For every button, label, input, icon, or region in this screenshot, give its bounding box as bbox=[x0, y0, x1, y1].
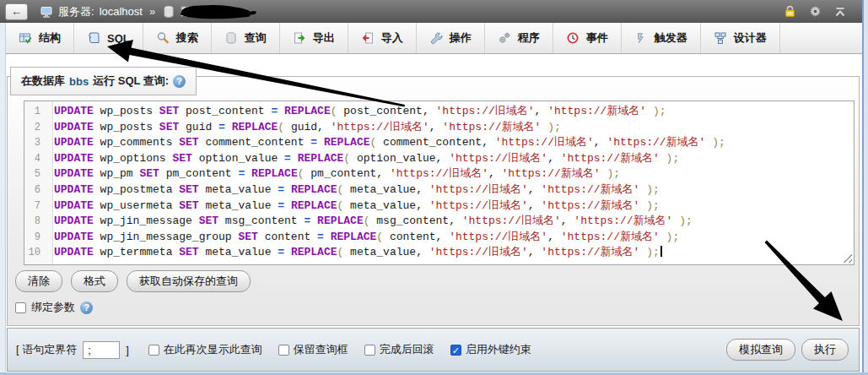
tab-bar: 结构SQL搜索查询导出导入操作程序事件触发器设计器 bbox=[6, 23, 862, 54]
breadcrumb: 服务器: localhost » 数据库: bbox=[40, 4, 217, 19]
search-icon bbox=[156, 31, 170, 45]
triggers-icon bbox=[634, 31, 648, 45]
tab-operations[interactable]: 操作 bbox=[417, 23, 485, 53]
tab-export[interactable]: 导出 bbox=[280, 23, 348, 53]
tab-import[interactable]: 导入 bbox=[348, 23, 417, 53]
footer-option-3[interactable]: 完成后回滚 bbox=[364, 342, 434, 357]
help-icon[interactable]: ? bbox=[173, 75, 186, 88]
topbar-right-icons bbox=[783, 4, 847, 19]
tab-sql[interactable]: SQL bbox=[74, 23, 143, 53]
sql-line: 2UPDATE wp_posts SET guid = REPLACE( gui… bbox=[24, 120, 854, 136]
query-icon bbox=[224, 31, 238, 45]
sql-code: UPDATE wp_options SET option_value = REP… bbox=[46, 151, 679, 167]
format-button[interactable]: 格式 bbox=[71, 270, 118, 292]
tab-label: 导入 bbox=[381, 30, 403, 46]
footer-option-label: 保留查询框 bbox=[294, 342, 348, 357]
line-number: 3 bbox=[24, 135, 46, 151]
breadcrumb-separator: » bbox=[149, 5, 155, 18]
footer-option-label: 在此再次显示此查询 bbox=[164, 342, 262, 357]
line-number: 5 bbox=[24, 166, 46, 182]
text-cursor bbox=[660, 246, 662, 257]
line-number: 8 bbox=[24, 214, 46, 230]
line-number: 2 bbox=[24, 120, 46, 136]
tab-query[interactable]: 查询 bbox=[212, 23, 280, 53]
delimiter-input[interactable] bbox=[83, 341, 120, 359]
line-number: 9 bbox=[24, 230, 46, 246]
footer-options: 在此再次显示此查询保留查询框完成后回滚✓启用外键约束 bbox=[148, 342, 531, 357]
server-breadcrumb-bar: ← 服务器: localhost » 数据库: bbox=[0, 0, 862, 23]
settings-gear-icon[interactable] bbox=[808, 4, 822, 19]
structure-icon bbox=[19, 31, 32, 45]
footer-option-2[interactable]: 保留查询框 bbox=[278, 342, 348, 357]
query-options-footer: [ 语句定界符 ] 在此再次显示此查询保留查询框完成后回滚✓启用外键约束 模拟查… bbox=[7, 328, 860, 372]
checkbox-checked[interactable]: ✓ bbox=[450, 345, 461, 356]
line-number: 4 bbox=[24, 151, 46, 167]
delimiter-label-close: ] bbox=[126, 344, 129, 356]
tab-structure[interactable]: 结构 bbox=[6, 23, 74, 53]
sql-editor[interactable]: 1UPDATE wp_posts SET post_content = REPL… bbox=[24, 101, 855, 265]
back-button[interactable]: ← bbox=[5, 3, 28, 20]
sql-line: 4UPDATE wp_options SET option_value = RE… bbox=[24, 151, 854, 167]
window-frame-right bbox=[862, 0, 868, 375]
breadcrumb-server-link[interactable]: localhost bbox=[100, 5, 143, 18]
query-actions: 清除格式获取自动保存的查询 bbox=[15, 270, 251, 292]
database-icon bbox=[162, 5, 175, 19]
checkbox-unchecked[interactable] bbox=[148, 345, 159, 356]
routines-icon bbox=[498, 31, 511, 45]
operations-icon bbox=[429, 31, 443, 45]
tab-label: 查询 bbox=[245, 30, 267, 46]
sql-line: 5UPDATE wp_pm SET pm_content = REPLACE( … bbox=[24, 166, 854, 182]
sql-code: UPDATE wp_postmeta SET meta_value = REPL… bbox=[46, 182, 660, 198]
help-icon[interactable]: ? bbox=[80, 302, 93, 314]
footer-option-4[interactable]: ✓启用外键约束 bbox=[450, 342, 531, 357]
line-number: 6 bbox=[24, 182, 46, 198]
bind-parameters-label: 绑定参数 bbox=[31, 300, 75, 315]
scroll-top-icon[interactable] bbox=[833, 5, 847, 19]
textarea-resize-handle[interactable] bbox=[843, 253, 852, 263]
footer-option-label: 启用外键约束 bbox=[466, 342, 531, 357]
checkbox-unchecked[interactable] bbox=[278, 345, 289, 356]
server-icon bbox=[40, 5, 53, 19]
sql-code: UPDATE wp_usermeta SET meta_value = REPL… bbox=[46, 198, 660, 215]
sql-code: UPDATE wp_termmeta SET meta_value = REPL… bbox=[46, 245, 662, 261]
bind-parameters-checkbox[interactable] bbox=[15, 302, 26, 313]
sql-line: 10UPDATE wp_termmeta SET meta_value = RE… bbox=[24, 245, 854, 261]
get-autosaved-query-button[interactable]: 获取自动保存的查询 bbox=[127, 270, 251, 292]
breadcrumb-database-label[interactable]: 数据库: bbox=[181, 4, 217, 19]
sql-line: 3UPDATE wp_comments SET comment_content … bbox=[24, 135, 854, 151]
sql-code: UPDATE wp_jin_message SET msg_content = … bbox=[46, 214, 693, 230]
tab-label: 结构 bbox=[39, 30, 61, 46]
simulate-query-button[interactable]: 模拟查询 bbox=[726, 339, 795, 361]
sql-code: UPDATE wp_jin_message_group SET content … bbox=[46, 230, 679, 246]
phpmyadmin-sql-page: ← 服务器: localhost » 数据库: 结构SQL搜索查 bbox=[0, 0, 868, 375]
breadcrumb-server-label: 服务器: bbox=[58, 4, 94, 19]
sql-line: 6UPDATE wp_postmeta SET meta_value = REP… bbox=[24, 182, 854, 198]
import-icon bbox=[361, 31, 375, 45]
clear-button[interactable]: 清除 bbox=[15, 270, 62, 292]
delimiter-label-open: [ 语句定界符 bbox=[16, 342, 77, 357]
sql-editor-lines: 1UPDATE wp_posts SET post_content = REPL… bbox=[24, 104, 854, 261]
tab-triggers[interactable]: 触发器 bbox=[622, 23, 701, 53]
sql-query-legend: 在数据库 bbs 运行 SQL 查询: ? bbox=[10, 67, 197, 95]
footer-option-1[interactable]: 在此再次显示此查询 bbox=[148, 342, 262, 357]
line-number: 10 bbox=[24, 245, 46, 261]
tab-designer[interactable]: 设计器 bbox=[701, 23, 780, 53]
sql-line: 7UPDATE wp_usermeta SET meta_value = REP… bbox=[24, 198, 854, 215]
tab-search[interactable]: 搜索 bbox=[143, 23, 212, 53]
sql-code: UPDATE wp_comments SET comment_content =… bbox=[46, 135, 725, 151]
tab-label: 事件 bbox=[586, 30, 608, 46]
tab-label: 程序 bbox=[518, 30, 540, 46]
checkbox-unchecked[interactable] bbox=[364, 345, 375, 356]
sql-code: UPDATE wp_posts SET post_content = REPLA… bbox=[46, 104, 666, 120]
line-number: 7 bbox=[24, 198, 46, 215]
footer-buttons: 模拟查询执行 bbox=[726, 339, 849, 361]
go-button[interactable]: 执行 bbox=[801, 339, 849, 361]
sql-line: 1UPDATE wp_posts SET post_content = REPL… bbox=[24, 104, 854, 120]
tab-routines[interactable]: 程序 bbox=[485, 23, 553, 53]
line-number: 1 bbox=[24, 104, 46, 120]
legend-suffix: 运行 SQL 查询: bbox=[93, 73, 169, 89]
sql-line: 8UPDATE wp_jin_message SET msg_content =… bbox=[24, 214, 854, 230]
tab-label: 设计器 bbox=[734, 30, 767, 46]
tab-label: 导出 bbox=[313, 30, 335, 46]
tab-events[interactable]: 事件 bbox=[553, 23, 622, 53]
